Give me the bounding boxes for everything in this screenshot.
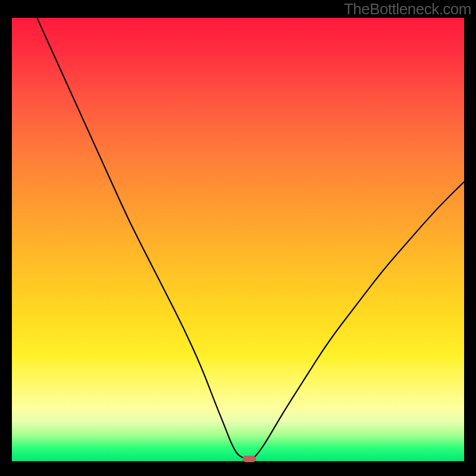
- plot-area: [12, 18, 464, 461]
- curve-path: [12, 0, 464, 459]
- chart-frame: TheBottleneck.com: [0, 0, 476, 476]
- bottleneck-curve: [12, 18, 464, 461]
- minimum-marker: [243, 456, 256, 462]
- watermark-label: TheBottleneck.com: [344, 0, 471, 18]
